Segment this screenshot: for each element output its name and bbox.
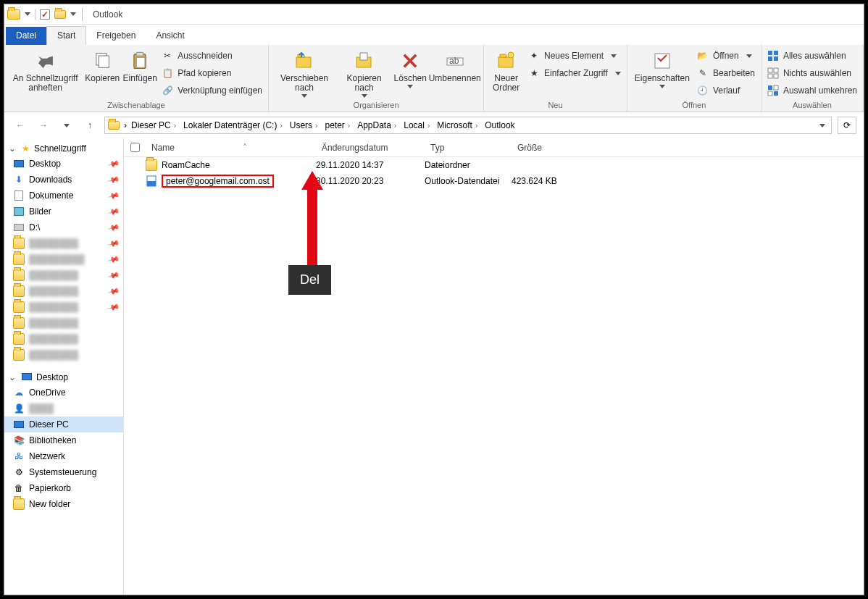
tree-item[interactable]: ████████ bbox=[4, 331, 123, 347]
tab-start[interactable]: Start bbox=[46, 26, 86, 45]
breadcrumb-segment[interactable]: peter› bbox=[322, 120, 353, 130]
tree-item-onedrive[interactable]: ☁OneDrive bbox=[4, 385, 123, 401]
tree-item-documents[interactable]: Dokumente📌 bbox=[4, 188, 123, 204]
recent-dropdown[interactable] bbox=[58, 117, 75, 134]
select-all-button[interactable]: Alles auswählen bbox=[766, 48, 859, 64]
svg-rect-15 bbox=[768, 56, 772, 61]
tree-item-network[interactable]: 🖧Netzwerk bbox=[4, 448, 123, 464]
tree-item-pictures[interactable]: Bilder📌 bbox=[4, 204, 123, 219]
column-size[interactable]: Größe bbox=[512, 143, 598, 153]
column-type[interactable]: Typ bbox=[425, 143, 512, 153]
tree-item-libraries[interactable]: 📚Bibliotheken bbox=[4, 432, 123, 448]
ribbon-group-open: Eigenschaften 📂Öffnen ✎Bearbeiten 🕘Verla… bbox=[627, 45, 761, 112]
file-date: 29.11.2020 14:37 bbox=[316, 160, 425, 170]
tree-item[interactable]: ████████📌 bbox=[4, 235, 123, 251]
tree-item-downloads[interactable]: ⬇Downloads📌 bbox=[4, 172, 123, 188]
pin-to-quick-access-button[interactable]: An Schnellzugriff anheften bbox=[9, 48, 82, 94]
label: Papierkorb bbox=[29, 483, 71, 493]
svg-rect-4 bbox=[137, 57, 146, 67]
tree-item[interactable]: █████████📌 bbox=[4, 251, 123, 267]
column-checkbox[interactable] bbox=[124, 143, 146, 152]
breadcrumb-segment[interactable]: Users› bbox=[287, 120, 321, 130]
label: Dieser PC bbox=[131, 120, 171, 130]
history-button[interactable]: 🕘Verlauf bbox=[696, 83, 756, 99]
tree-item[interactable]: ████████📌 bbox=[4, 267, 123, 283]
tree-item[interactable]: ████████📌 bbox=[4, 299, 123, 315]
copy-path-button[interactable]: 📋Pfad kopieren bbox=[160, 65, 264, 81]
pin-icon: 📌 bbox=[107, 285, 121, 298]
tree-item-desktop[interactable]: Desktop📌 bbox=[4, 156, 123, 172]
pin-icon: 📌 bbox=[107, 205, 121, 218]
back-button[interactable]: ← bbox=[12, 117, 29, 134]
documents-icon bbox=[13, 190, 25, 201]
label: D:\ bbox=[29, 222, 40, 233]
invert-selection-button[interactable]: Auswahl umkehren bbox=[766, 83, 859, 99]
column-date[interactable]: Änderungsdatum bbox=[316, 143, 425, 153]
folder-icon bbox=[13, 269, 25, 281]
breadcrumb-segment[interactable]: Lokaler Datenträger (C:)› bbox=[180, 120, 285, 130]
refresh-button[interactable]: ⟳ bbox=[838, 117, 856, 134]
column-name[interactable]: Name˄ bbox=[146, 143, 316, 153]
file-row[interactable]: peter@googlemail.com.ost 30.11.2020 20:2… bbox=[124, 173, 864, 189]
forward-button[interactable]: → bbox=[35, 117, 52, 134]
tree-section-quick-access[interactable]: ⌄ ★ Schnellzugriff bbox=[4, 141, 123, 156]
paste-button[interactable]: Einfügen bbox=[122, 48, 157, 85]
up-button[interactable]: ↑ bbox=[81, 117, 99, 134]
folder-icon[interactable] bbox=[54, 10, 66, 19]
recycle-bin-icon: 🗑 bbox=[13, 482, 25, 494]
tree-item[interactable]: ████████📌 bbox=[4, 283, 123, 299]
properties-check-icon[interactable]: ✓ bbox=[40, 9, 50, 20]
tree-item-drive[interactable]: D:\📌 bbox=[4, 219, 123, 235]
breadcrumb-segment[interactable]: Outlook bbox=[482, 120, 517, 130]
copy-button[interactable]: Kopieren bbox=[85, 48, 120, 85]
address-dropdown-icon[interactable] bbox=[819, 124, 825, 127]
properties-button[interactable]: Eigenschaften bbox=[632, 48, 693, 90]
select-all-icon bbox=[767, 50, 779, 62]
tree-item-recycle-bin[interactable]: 🗑Papierkorb bbox=[4, 480, 123, 496]
new-item-button[interactable]: ✦Neues Element bbox=[527, 48, 622, 64]
edit-button[interactable]: ✎Bearbeiten bbox=[696, 65, 756, 81]
tree-item-control-panel[interactable]: ⚙Systemsteuerung bbox=[4, 464, 123, 480]
window-title: Outlook bbox=[93, 9, 122, 20]
label: Outlook bbox=[485, 120, 514, 130]
expand-icon: ⌄ bbox=[9, 143, 17, 154]
folder-icon bbox=[13, 301, 25, 313]
breadcrumb-box[interactable]: › Dieser PC› Lokaler Datenträger (C:)› U… bbox=[104, 117, 832, 134]
quick-access-toolbar: ✓ bbox=[7, 9, 76, 20]
label: Kopieren bbox=[85, 74, 120, 83]
breadcrumb-segment[interactable]: Dieser PC› bbox=[128, 120, 179, 130]
paste-shortcut-button[interactable]: 🔗Verknüpfung einfügen bbox=[160, 83, 264, 99]
delete-button[interactable]: Löschen bbox=[393, 48, 427, 90]
select-all-checkbox[interactable] bbox=[130, 143, 140, 152]
tab-datei[interactable]: Datei bbox=[6, 27, 46, 45]
tree-item-user[interactable]: 👤████ bbox=[4, 401, 123, 416]
select-none-button[interactable]: Nichts auswählen bbox=[766, 65, 859, 81]
label: Einfacher Zugriff bbox=[544, 68, 608, 78]
copy-to-button[interactable]: Kopieren nach bbox=[338, 48, 390, 99]
svg-text:ab: ab bbox=[449, 56, 459, 66]
breadcrumb-segment[interactable]: AppData› bbox=[354, 120, 399, 130]
rename-button[interactable]: ab Umbenennen bbox=[430, 48, 479, 85]
pin-icon: 📌 bbox=[107, 253, 121, 266]
tab-freigeben[interactable]: Freigeben bbox=[86, 27, 146, 45]
file-row[interactable]: RoamCache 29.11.2020 14:37 Dateiordner bbox=[124, 157, 864, 173]
easy-access-button[interactable]: ★Einfacher Zugriff bbox=[527, 65, 622, 81]
new-folder-button[interactable]: Neuer Ordner bbox=[488, 48, 524, 94]
tab-ansicht[interactable]: Ansicht bbox=[146, 27, 194, 45]
open-button[interactable]: 📂Öffnen bbox=[696, 48, 756, 64]
label: Auswahl umkehren bbox=[783, 85, 857, 96]
cut-button[interactable]: ✂Ausschneiden bbox=[160, 48, 264, 64]
breadcrumb-segment[interactable]: Microsoft› bbox=[434, 120, 480, 130]
titlebar: ✓ Outlook bbox=[4, 4, 864, 25]
breadcrumb-segment[interactable]: Local› bbox=[401, 120, 433, 130]
qat-dropdown-icon[interactable] bbox=[25, 12, 30, 16]
tree-item[interactable]: ████████ bbox=[4, 347, 123, 363]
move-to-button[interactable]: Verschieben nach bbox=[273, 48, 335, 99]
delete-icon bbox=[398, 49, 422, 72]
tree-section-desktop[interactable]: ⌄ Desktop bbox=[4, 370, 123, 385]
qat-dropdown-icon[interactable] bbox=[70, 12, 76, 16]
tree-item[interactable]: ████████ bbox=[4, 315, 123, 331]
tree-item-this-pc[interactable]: Dieser PC bbox=[4, 416, 123, 432]
ribbon-group-select: Alles auswählen Nichts auswählen Auswahl… bbox=[761, 45, 864, 112]
tree-item-folder[interactable]: New folder bbox=[4, 496, 123, 512]
